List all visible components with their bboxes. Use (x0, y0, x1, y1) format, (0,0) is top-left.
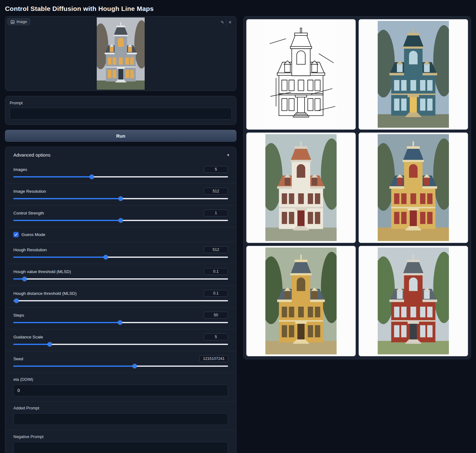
slider-track-steps[interactable] (13, 322, 228, 323)
added-prompt-row: Added Prompt (5, 401, 236, 430)
added-prompt-label: Added Prompt (13, 406, 228, 410)
page-title: Control Stable Diffusion with Hough Line… (0, 0, 476, 16)
check-icon (14, 233, 18, 236)
slider-value-hough-distance-threshold[interactable]: 0.1 (204, 290, 228, 297)
gallery-item-yellow-victorian[interactable] (358, 132, 468, 243)
slider-value-hough-value-threshold[interactable]: 0.1 (204, 268, 228, 275)
image-actions: ✎ ✕ (219, 19, 234, 26)
guess-mode-label: Guess Mode (21, 232, 45, 237)
slider-fill (13, 344, 50, 345)
slider-track-control-strength[interactable] (13, 220, 228, 221)
slider-label-guidance-scale: Guidance Scale (13, 335, 43, 339)
gallery-item-teal-victorian[interactable] (358, 19, 468, 130)
added-prompt-input[interactable] (13, 413, 228, 425)
gallery-item-hough-line-map[interactable] (246, 19, 356, 130)
slider-value-steps[interactable]: 50 (204, 312, 228, 319)
slider-fill (13, 198, 121, 199)
input-house-photo[interactable] (97, 17, 145, 90)
slider-fill (13, 220, 121, 221)
slider-handle-hough-value-threshold[interactable] (22, 277, 27, 281)
slider-track-guidance-scale[interactable] (13, 344, 228, 345)
advanced-options-panel: Advanced options ▼ Images 5 (5, 147, 236, 453)
input-image-preview[interactable] (97, 17, 145, 91)
slider-fill (13, 257, 106, 258)
edit-image-button[interactable]: ✎ (219, 19, 226, 26)
negative-prompt-row: Negative Prompt (5, 430, 236, 453)
yellow-victorian-image (378, 134, 449, 241)
image-label-text: Image (16, 20, 27, 24)
negative-prompt-label: Negative Prompt (13, 434, 228, 439)
slider-handle-seed[interactable] (133, 364, 137, 368)
slider-track-image-resolution[interactable] (13, 198, 228, 199)
slider-label-steps: Steps (13, 313, 24, 318)
slider-row-seed: Seed 1215107241 (5, 351, 236, 373)
gallery-item-gold-victorian[interactable] (246, 246, 356, 356)
slider-label-hough-value-threshold: Hough value threshold (MLSD) (13, 269, 71, 274)
gallery-item-white-victorian[interactable] (246, 132, 356, 243)
slider-row-hough-resolution: Hough Resolution 512 (5, 242, 236, 264)
slider-value-control-strength[interactable]: 1 (204, 210, 228, 216)
slider-value-hough-resolution[interactable]: 512 (204, 246, 228, 253)
slider-handle-hough-distance-threshold[interactable] (14, 299, 19, 303)
slider-value-guidance-scale[interactable]: 5 (204, 333, 228, 340)
slider-label-hough-distance-threshold: Hough distance threshold (MLSD) (13, 291, 77, 296)
advanced-options-header[interactable]: Advanced options ▼ (5, 147, 236, 162)
slider-fill (13, 176, 92, 177)
slider-row-steps: Steps 50 (5, 307, 236, 329)
guess-mode-row: Guess Mode (5, 227, 236, 242)
slider-row-control-strength: Control Strength 1 (5, 205, 236, 227)
slider-value-images[interactable]: 5 (204, 166, 228, 173)
image-icon (11, 20, 15, 24)
gallery-item-red-victorian[interactable] (358, 246, 468, 356)
image-label: Image (7, 18, 30, 25)
slider-track-images[interactable] (13, 176, 228, 177)
app: Control Stable Diffusion with Hough Line… (0, 0, 476, 453)
slider-value-image-resolution[interactable]: 512 (204, 188, 228, 195)
eta-label: eta (DDIM) (13, 377, 228, 382)
slider-row-images: Images 5 (5, 162, 236, 183)
slider-handle-image-resolution[interactable] (119, 196, 123, 201)
slider-row-guidance-scale: Guidance Scale 5 (5, 329, 236, 351)
prompt-label: Prompt (10, 101, 232, 105)
controls-column: Image ✎ ✕ Prompt Run Advanced options ▼ (5, 16, 236, 453)
slider-track-hough-distance-threshold[interactable] (13, 300, 228, 301)
slider-track-hough-value-threshold[interactable] (13, 278, 228, 280)
slider-row-hough-distance-threshold: Hough distance threshold (MLSD) 0.1 (5, 285, 236, 307)
negative-prompt-input[interactable] (13, 442, 228, 453)
advanced-options-label: Advanced options (13, 152, 50, 158)
hough-line-map-image (265, 21, 337, 128)
white-victorian-image (265, 134, 337, 241)
red-victorian-image (378, 248, 449, 354)
slider-handle-guidance-scale[interactable] (48, 342, 52, 347)
slider-fill (13, 366, 135, 367)
slider-row-image-resolution: Image Resolution 512 (5, 183, 236, 205)
clear-image-button[interactable]: ✕ (226, 19, 234, 26)
slider-label-hough-resolution: Hough Resolution (13, 248, 47, 252)
slider-label-image-resolution: Image Resolution (13, 189, 46, 194)
prompt-panel: Prompt (5, 96, 236, 125)
slider-row-hough-value-threshold: Hough value threshold (MLSD) 0.1 (5, 264, 236, 285)
slider-handle-images[interactable] (90, 175, 94, 179)
eta-input[interactable] (13, 385, 228, 396)
slider-handle-steps[interactable] (118, 320, 122, 325)
slider-track-hough-resolution[interactable] (13, 257, 228, 258)
result-gallery (243, 16, 471, 359)
teal-victorian-image (378, 21, 449, 128)
prompt-input[interactable] (10, 108, 232, 120)
collapse-icon[interactable]: ▼ (226, 153, 230, 157)
slider-value-seed[interactable]: 1215107241 (199, 355, 228, 362)
slider-label-images: Images (13, 167, 27, 172)
slider-handle-hough-resolution[interactable] (104, 255, 108, 259)
run-button[interactable]: Run (5, 130, 236, 142)
eta-row: eta (DDIM) (5, 373, 236, 401)
slider-track-seed[interactable] (13, 366, 228, 367)
image-upload-panel[interactable]: Image ✎ ✕ (5, 16, 236, 91)
gold-victorian-image (265, 248, 337, 354)
slider-handle-control-strength[interactable] (119, 218, 123, 223)
slider-label-seed: Seed (13, 356, 23, 361)
slider-label-control-strength: Control Strength (13, 211, 44, 215)
guess-mode-checkbox[interactable] (13, 232, 19, 237)
slider-fill (13, 322, 120, 323)
